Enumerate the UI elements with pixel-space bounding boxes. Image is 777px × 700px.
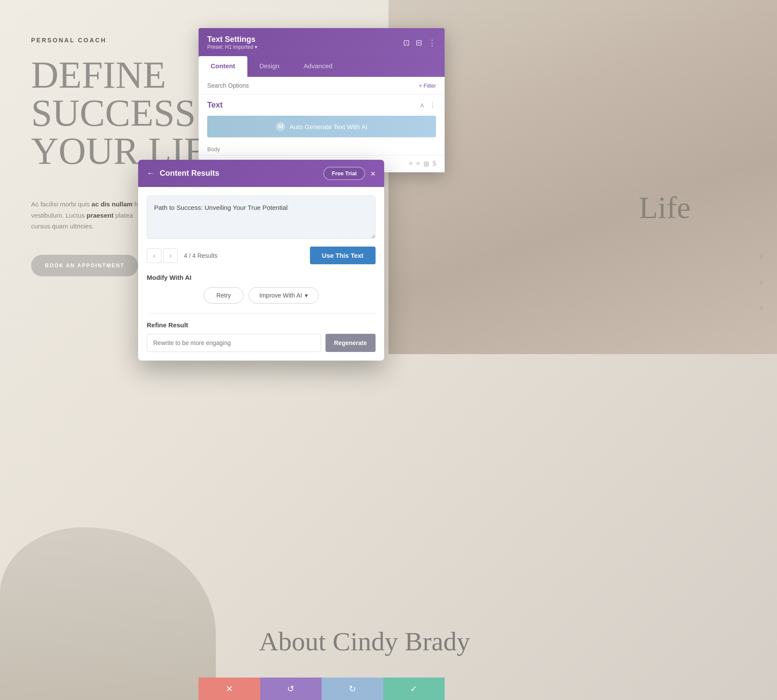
panel-title: Text Settings <box>207 35 257 44</box>
bottom-action-bar: ✕ ↺ ↻ ✓ <box>199 678 445 700</box>
align-center-icon[interactable]: ≡ <box>416 160 420 168</box>
undo-button[interactable]: ↺ <box>260 678 322 700</box>
panel-search: + Filter <box>199 77 445 95</box>
modify-section: Modify With AI Retry Improve With AI ▾ <box>147 274 376 304</box>
format-icons: ≡ ≡ ⊞ $ <box>409 160 436 168</box>
chevron-down-2[interactable]: ∨ <box>758 276 765 287</box>
ai-icon: AI <box>276 122 285 131</box>
content-results-modal: ← Content Results Free Trial × ‹ › 4 / 4… <box>138 160 384 361</box>
search-input[interactable] <box>207 82 283 89</box>
more-options-icon[interactable]: ⋮ <box>428 38 436 48</box>
chevron-down-1[interactable]: ∨ <box>758 250 765 261</box>
columns-icon[interactable]: ⊟ <box>416 38 422 48</box>
redo-button[interactable]: ↻ <box>322 678 383 700</box>
result-navigation: ‹ › 4 / 4 Results Use This Text <box>147 247 376 264</box>
modal-title: Content Results <box>160 169 219 178</box>
text-settings-panel: Text Settings Preset: H1 imported ▾ ⊡ ⊟ … <box>199 28 445 172</box>
cancel-icon: ✕ <box>226 684 233 694</box>
ai-generate-button[interactable]: AI Auto Generate Text With AI <box>207 116 436 137</box>
next-result-button[interactable]: › <box>163 248 178 263</box>
redo-icon: ↻ <box>349 684 356 694</box>
filter-button[interactable]: + Filter <box>419 82 436 89</box>
back-arrow-icon[interactable]: ← <box>147 169 155 178</box>
refine-section: Refine Result Regenerate <box>147 313 376 352</box>
camera-icon[interactable]: ⊡ <box>403 38 410 48</box>
refine-row: Regenerate <box>147 334 376 352</box>
panel-tabs: Content Design Advanced <box>199 56 445 77</box>
about-text: About Cindy Brady <box>259 626 470 657</box>
modal-header-left: ← Content Results <box>147 169 219 178</box>
use-this-text-button[interactable]: Use This Text <box>310 247 376 264</box>
tab-content[interactable]: Content <box>199 56 247 77</box>
personal-coach-label: PERSONAL COACH <box>31 37 107 44</box>
table-icon[interactable]: ⊞ <box>423 160 429 168</box>
refine-label: Refine Result <box>147 321 376 329</box>
tab-design[interactable]: Design <box>247 56 292 77</box>
save-button[interactable]: ✓ <box>383 678 445 700</box>
improve-label: Improve With AI <box>259 292 302 299</box>
collapse-icon[interactable]: ∧ <box>420 101 425 109</box>
improve-dropdown-icon: ▾ <box>305 292 308 299</box>
modal-body: ‹ › 4 / 4 Results Use This Text Modify W… <box>138 187 384 361</box>
text-section-title: Text <box>207 101 223 110</box>
panel-preset[interactable]: Preset: H1 imported ▾ <box>207 44 257 50</box>
save-icon: ✓ <box>410 684 417 694</box>
hero-body-text-content: Ac facilisi morbi quis ac dis nullam hac… <box>31 200 145 230</box>
text-section-header: Text ∧ ⋮ <box>199 95 445 113</box>
modal-header: ← Content Results Free Trial × <box>138 160 384 187</box>
nav-arrows: ‹ › 4 / 4 Results <box>147 248 218 263</box>
panel-header-left: Text Settings Preset: H1 imported ▾ <box>207 35 257 50</box>
body-label: Body <box>199 143 445 155</box>
improve-with-ai-button[interactable]: Improve With AI ▾ <box>249 287 319 304</box>
panel-header: Text Settings Preset: H1 imported ▾ ⊡ ⊟ … <box>199 28 445 56</box>
result-count: 4 / 4 Results <box>184 252 218 259</box>
undo-icon: ↺ <box>287 684 294 694</box>
hero-body-text: Ac facilisi morbi quis ac dis nullam hac… <box>31 199 152 232</box>
background-right-image <box>388 0 777 354</box>
modal-close-button[interactable]: × <box>370 169 376 178</box>
result-textarea[interactable] <box>147 196 376 239</box>
cancel-button[interactable]: ✕ <box>199 678 260 700</box>
life-text: Life <box>639 190 691 226</box>
modal-header-right: Free Trial × <box>323 167 376 180</box>
regenerate-button[interactable]: Regenerate <box>325 334 376 352</box>
panel-header-icons: ⊡ ⊟ ⋮ <box>403 38 436 48</box>
chevron-down-3[interactable]: ∨ <box>758 302 765 313</box>
free-trial-badge[interactable]: Free Trial <box>323 167 366 180</box>
refine-input[interactable] <box>147 334 321 352</box>
dollar-icon[interactable]: $ <box>433 160 436 168</box>
tab-advanced[interactable]: Advanced <box>291 56 344 77</box>
section-more-icon[interactable]: ⋮ <box>429 101 436 109</box>
prev-result-button[interactable]: ‹ <box>147 248 161 263</box>
text-section-icons: ∧ ⋮ <box>420 101 436 109</box>
ai-generate-label: Auto Generate Text With AI <box>290 123 368 130</box>
align-left-icon[interactable]: ≡ <box>409 160 413 168</box>
modify-label: Modify With AI <box>147 274 376 281</box>
retry-button[interactable]: Retry <box>204 287 243 304</box>
book-appointment-button[interactable]: BOOK AN APPOINTMENT <box>31 255 138 276</box>
modify-buttons: Retry Improve With AI ▾ <box>147 287 376 304</box>
